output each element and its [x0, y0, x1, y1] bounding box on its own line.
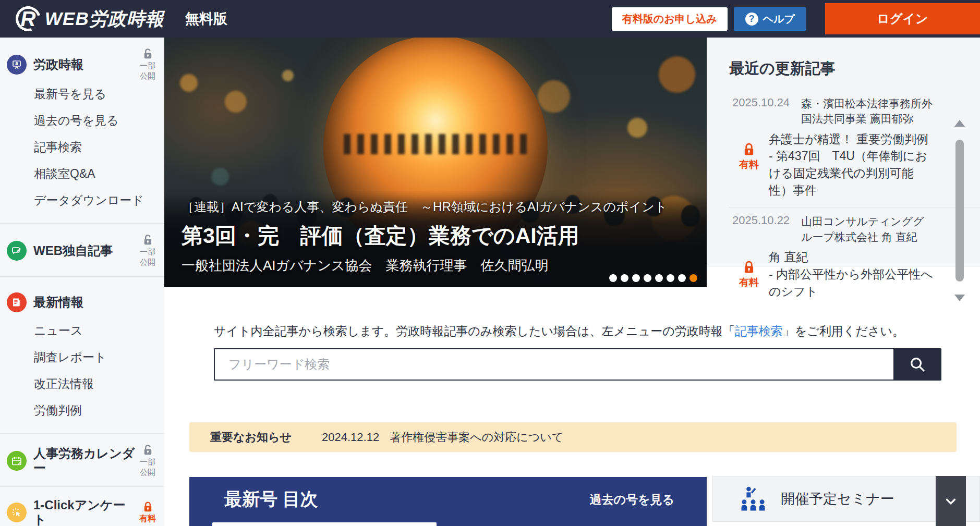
hero-author: 一般社団法人AIガバナンス協会 業務執行理事 佐久間弘明 — [182, 256, 688, 275]
seminar-heading: 開催予定セミナー — [781, 490, 894, 508]
sidebar-section-roseijiho: 労政時報 一部 公開 最新号を見る 過去の号を見る 記事検索 相談室Q&A デー… — [0, 38, 164, 224]
sidebar-section-latest-info: 最新情報 ニュース 調査レポート 改正法情報 労働判例 — [0, 277, 164, 434]
open-lock-icon — [142, 444, 154, 456]
notice-date: 2024.12.12 — [322, 431, 379, 444]
question-icon: ? — [745, 13, 758, 26]
help-button-label: ヘルプ — [763, 12, 795, 26]
sidebar-section-one-click: 1-Clickアンケート 有料 — [0, 487, 164, 526]
paid-badge: 有料 — [729, 249, 769, 300]
scroll-up-arrow-icon[interactable] — [954, 120, 965, 127]
sidebar-item-qa-room[interactable]: 相談室Q&A — [0, 161, 164, 187]
article-date: 2025.10.24 — [729, 96, 793, 127]
search-button[interactable] — [893, 348, 941, 381]
bokeh-lights-decoration — [180, 74, 198, 92]
partial-open-badge: 一部 公開 — [135, 48, 160, 81]
open-lock-icon — [142, 234, 154, 246]
sidebar-section-title: 労政時報 — [33, 57, 135, 72]
sidebar-item-data-download[interactable]: データダウンロード — [0, 187, 164, 214]
sidebar-item-web-articles[interactable]: WEB独自記事 一部 公開 — [0, 234, 164, 267]
carousel-dot[interactable] — [621, 274, 628, 282]
sidebar-section-title: 1-Clickアンケート — [33, 498, 135, 526]
carousel-dot[interactable] — [632, 274, 640, 282]
scroll-down-arrow-icon[interactable] — [954, 295, 965, 301]
search-description-text: サイト内全記事から検索します。労政時報記事のみ検索したい場合は、左メニューの労政… — [214, 324, 735, 338]
article-author: 森・濱田松本法律事務所外国法共同事業 薦田郁弥 — [801, 96, 934, 127]
calendar-icon — [7, 451, 27, 471]
search-description-suffix: 」をご利用ください。 — [783, 324, 904, 338]
carousel-dots — [609, 274, 697, 282]
latest-issue-toc-panel: 最新号 目次 過去の号を見る — [189, 477, 707, 526]
toc-content-card — [212, 522, 437, 526]
recent-articles-panel: 最近の更新記事 2025.10.24 森・濱田松本法律事務所外国法共同事業 薦田… — [707, 38, 980, 266]
sidebar-section-title: 最新情報 — [33, 295, 160, 310]
magazine-icon — [7, 55, 27, 75]
carousel-dot[interactable] — [655, 274, 663, 282]
hero-carousel-slide[interactable]: ［連載］AIで変わる人事、変わらぬ責任 ～HR領域におけるAIガバナンスのポイン… — [164, 38, 707, 287]
news-icon — [7, 292, 27, 312]
sidebar-section-web-articles: WEB独自記事 一部 公開 — [0, 224, 164, 277]
hero-caption: ［連載］AIで変わる人事、変わらぬ責任 ～HR領域におけるAIガバナンスのポイン… — [164, 190, 707, 287]
partial-open-badge: 一部 公開 — [135, 444, 160, 477]
sidebar-item-news[interactable]: ニュース — [0, 317, 164, 344]
seminar-section[interactable]: 開催予定セミナー — [712, 476, 980, 522]
sidebar-item-one-click[interactable]: 1-Clickアンケート 有料 — [0, 497, 164, 526]
toc-heading: 最新号 目次 — [224, 487, 589, 511]
article-title: 弁護士が精選！ 重要労働判例 - 第437回 T4U（年俸制における固定残業代の… — [769, 131, 934, 199]
sidebar-item-roseijiho[interactable]: 労政時報 一部 公開 — [0, 48, 164, 81]
open-lock-icon — [142, 48, 154, 60]
important-notice-banner[interactable]: 重要なお知らせ 2024.12.12 著作権侵害事案への対応について — [189, 422, 957, 452]
logo-title: WEB労政時報 — [45, 7, 164, 31]
search-description: サイト内全記事から検索します。労政時報記事のみ検索したい場合は、左メニューの労政… — [214, 323, 904, 339]
sidebar-item-labor-precedent[interactable]: 労働判例 — [0, 397, 164, 424]
sidebar: 労政時報 一部 公開 最新号を見る 過去の号を見る 記事検索 相談室Q&A デー… — [0, 38, 164, 526]
recent-scrollbar — [955, 120, 964, 301]
lock-icon — [142, 501, 154, 513]
notice-label: 重要なお知らせ — [210, 430, 292, 445]
article-title: 角 直紀 - 内部公平性から外部公平性へのシフト — [769, 249, 934, 300]
carousel-dot[interactable] — [678, 274, 686, 282]
paid-badge: 有料 — [135, 501, 160, 524]
logo-r-icon: R — [14, 4, 43, 33]
sidebar-item-law-revision[interactable]: 改正法情報 — [0, 371, 164, 397]
web-article-icon — [7, 241, 27, 261]
hero-title: 第3回・完 評価（査定）業務でのAI活用 — [182, 222, 688, 250]
edition-label: 無料版 — [185, 9, 227, 28]
carousel-dot[interactable] — [609, 274, 617, 282]
sidebar-section-title: WEB独自記事 — [33, 243, 135, 258]
toc-header: 最新号 目次 過去の号を見る — [189, 477, 707, 522]
carousel-dot[interactable] — [689, 274, 697, 282]
carousel-dot[interactable] — [644, 274, 651, 282]
sidebar-item-past-issues[interactable]: 過去の号を見る — [0, 107, 164, 134]
search-input[interactable] — [214, 348, 893, 381]
paid-badge: 有料 — [729, 131, 769, 199]
sidebar-section-title: 人事労務カレンダー — [33, 446, 135, 475]
carousel-dot[interactable] — [667, 274, 674, 282]
sidebar-item-article-search[interactable]: 記事検索 — [0, 134, 164, 161]
sidebar-item-survey-report[interactable]: 調査レポート — [0, 344, 164, 371]
search-bar — [214, 348, 941, 381]
seminar-expand-button[interactable] — [936, 476, 966, 526]
recent-article-item[interactable]: 2025.10.22 山田コンサルティンググループ株式会社 角 直紀 有料 角 … — [729, 207, 980, 308]
recent-articles-heading: 最近の更新記事 — [729, 58, 980, 79]
help-button[interactable]: ? ヘルプ — [734, 7, 806, 31]
site-logo[interactable]: R WEB労政時報 — [14, 4, 164, 33]
article-author: 山田コンサルティンググループ株式会社 角 直紀 — [801, 214, 934, 244]
sidebar-section-hr-calendar: 人事労務カレンダー 一部 公開 — [0, 434, 164, 487]
article-search-link[interactable]: 記事検索 — [735, 324, 783, 338]
sidebar-item-latest-info[interactable]: 最新情報 — [0, 287, 164, 317]
recent-article-item[interactable]: 2025.10.24 森・濱田松本法律事務所外国法共同事業 薦田郁弥 有料 弁護… — [729, 90, 980, 207]
partial-open-badge: 一部 公開 — [135, 234, 160, 267]
notice-text: 著作権侵害事案への対応について — [390, 430, 563, 445]
premium-signup-button[interactable]: 有料版のお申し込み — [612, 7, 728, 31]
sidebar-item-latest-issue[interactable]: 最新号を見る — [0, 81, 164, 107]
scrollbar-thumb[interactable] — [955, 140, 964, 282]
login-button[interactable]: ログイン — [825, 3, 980, 34]
top-bar: R WEB労政時報 無料版 有料版のお申し込み ? ヘルプ ログイン — [0, 0, 980, 38]
lock-icon — [742, 260, 756, 275]
topbar-actions: 有料版のお申し込み ? ヘルプ ログイン — [612, 3, 980, 34]
search-icon — [909, 356, 926, 373]
one-click-icon — [7, 503, 27, 522]
past-issues-link[interactable]: 過去の号を見る — [589, 492, 674, 508]
hero-series-label: ［連載］AIで変わる人事、変わらぬ責任 ～HR領域におけるAIガバナンスのポイン… — [182, 199, 688, 215]
sidebar-item-hr-calendar[interactable]: 人事労務カレンダー 一部 公開 — [0, 444, 164, 477]
